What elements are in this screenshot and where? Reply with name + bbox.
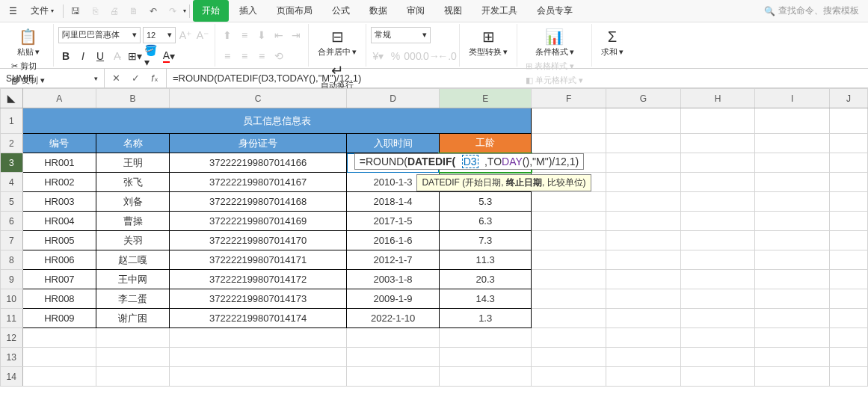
confirm-formula-button[interactable]: ✓: [129, 73, 142, 84]
cell[interactable]: [606, 270, 681, 289]
cell[interactable]: 372222199807014171: [169, 250, 346, 270]
cell[interactable]: [22, 348, 96, 367]
italic-button[interactable]: I: [76, 49, 90, 64]
cell[interactable]: 372222199807014173: [169, 289, 346, 309]
cell[interactable]: [680, 289, 755, 309]
quickbar-more-icon[interactable]: ▾: [183, 7, 186, 14]
col-header-J[interactable]: J: [830, 89, 868, 108]
cell[interactable]: [680, 153, 755, 173]
header-idcard[interactable]: 身份证号: [169, 134, 346, 153]
cell[interactable]: 5.3: [439, 192, 532, 212]
col-header-E[interactable]: E: [439, 89, 532, 108]
cell[interactable]: 372222199807014174: [169, 309, 346, 328]
cell[interactable]: 14.3: [439, 289, 532, 309]
type-convert-button[interactable]: ⊞ 类型转换▾: [464, 25, 512, 59]
cell[interactable]: [755, 250, 830, 270]
search-box[interactable]: 🔍 查找命令、搜索模板: [758, 4, 865, 17]
cell[interactable]: [532, 192, 606, 212]
cell[interactable]: 曹操: [96, 212, 170, 231]
cell[interactable]: 王中网: [96, 270, 170, 289]
cell[interactable]: HR008: [22, 289, 96, 309]
cell[interactable]: 372222199807014172: [169, 270, 346, 289]
align-center-icon[interactable]: ≡: [237, 49, 252, 64]
cell[interactable]: [755, 309, 830, 328]
cell[interactable]: [680, 192, 755, 212]
cell[interactable]: [532, 270, 606, 289]
cell[interactable]: [532, 212, 606, 231]
cell[interactable]: [606, 289, 681, 309]
border-button[interactable]: ⊞▾: [127, 49, 142, 64]
tab-insert[interactable]: 插入: [230, 0, 266, 22]
dec-decimal-icon[interactable]: ←.0: [440, 49, 455, 64]
cell[interactable]: [22, 328, 96, 348]
cell[interactable]: [439, 348, 532, 367]
cell[interactable]: [439, 367, 532, 387]
app-menu[interactable]: ☰: [3, 3, 23, 19]
cell[interactable]: 2018-1-4: [347, 192, 440, 212]
underline-button[interactable]: U: [93, 49, 108, 64]
cell[interactable]: HR009: [22, 309, 96, 328]
tab-data[interactable]: 数据: [360, 0, 396, 22]
redo-icon[interactable]: ↷: [164, 2, 182, 20]
cell[interactable]: [606, 348, 681, 367]
align-right-icon[interactable]: ≡: [254, 49, 269, 64]
cell[interactable]: HR004: [22, 212, 96, 231]
print-preview-icon[interactable]: ⎘: [86, 2, 104, 20]
cell[interactable]: [347, 367, 440, 387]
tab-member[interactable]: 会员专享: [528, 0, 582, 22]
cell[interactable]: [169, 348, 346, 367]
cell[interactable]: [606, 192, 681, 212]
tab-devtools[interactable]: 开发工具: [473, 0, 526, 22]
cell[interactable]: [755, 328, 830, 348]
cell[interactable]: [347, 328, 440, 348]
cell[interactable]: [606, 231, 681, 250]
cell[interactable]: [532, 108, 606, 134]
align-middle-icon[interactable]: ≡: [237, 28, 252, 43]
cell[interactable]: [22, 367, 96, 387]
col-header-D[interactable]: D: [347, 89, 440, 108]
align-left-icon[interactable]: ≡: [220, 49, 235, 64]
cell[interactable]: HR007: [22, 270, 96, 289]
cell[interactable]: [96, 328, 170, 348]
bold-button[interactable]: B: [58, 49, 73, 64]
cell[interactable]: 20.3: [439, 270, 532, 289]
cell[interactable]: [755, 192, 830, 212]
col-header-A[interactable]: A: [22, 89, 96, 108]
tab-view[interactable]: 视图: [435, 0, 471, 22]
tab-formula[interactable]: 公式: [323, 0, 359, 22]
fx-button[interactable]: fₓ: [148, 73, 161, 84]
cell[interactable]: [532, 134, 606, 153]
cell[interactable]: [680, 348, 755, 367]
col-header-H[interactable]: H: [680, 89, 755, 108]
cell[interactable]: [755, 212, 830, 231]
cancel-formula-button[interactable]: ✕: [109, 73, 123, 84]
row-header[interactable]: 10: [1, 289, 23, 309]
cell[interactable]: [532, 231, 606, 250]
cell[interactable]: [755, 348, 830, 367]
decrease-font-icon[interactable]: A⁻: [195, 28, 210, 43]
cell[interactable]: [755, 231, 830, 250]
align-bottom-icon[interactable]: ⬇: [254, 28, 269, 43]
cell[interactable]: [830, 270, 868, 289]
cell[interactable]: 372222199807014166: [169, 153, 346, 173]
cell[interactable]: 372222199807014170: [169, 231, 346, 250]
col-header-B[interactable]: B: [96, 89, 170, 108]
cell[interactable]: HR003: [22, 192, 96, 212]
cell[interactable]: 6.3: [439, 212, 532, 231]
row-header[interactable]: 14: [1, 367, 23, 387]
cell[interactable]: 赵二嘎: [96, 250, 170, 270]
cell[interactable]: [830, 367, 868, 387]
cell[interactable]: [96, 348, 170, 367]
doc-icon[interactable]: 🗎: [125, 2, 143, 20]
indent-inc-icon[interactable]: ⇥: [289, 28, 304, 43]
file-menu[interactable]: 文件 ▾: [25, 1, 60, 20]
cell[interactable]: [680, 108, 755, 134]
save-icon[interactable]: 🖫: [67, 2, 84, 20]
row-header[interactable]: 13: [1, 348, 23, 367]
formula-input[interactable]: =ROUND(DATEDIF(D3,TODAY(),"M")/12,1): [167, 69, 868, 87]
cell[interactable]: [606, 134, 681, 153]
cell[interactable]: [606, 309, 681, 328]
cell[interactable]: [830, 250, 868, 270]
inc-decimal-icon[interactable]: .0→: [422, 49, 437, 64]
cell[interactable]: [680, 231, 755, 250]
